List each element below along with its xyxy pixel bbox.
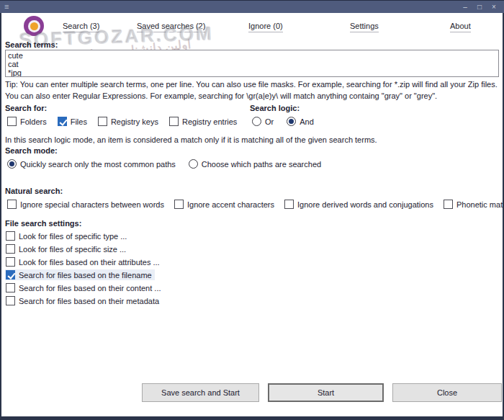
tip-regex: You can also enter Regular Expressions. … — [5, 91, 437, 100]
search-for-label: Search for: — [5, 104, 47, 112]
checkbox-label: Search for files based on their metadata — [19, 297, 159, 305]
minimize-button[interactable]: – — [459, 1, 471, 13]
search-mode-options: Quickly search only the most common path… — [7, 159, 321, 169]
checkbox-label: Folders — [20, 117, 47, 126]
radio-label: Quickly search only the most common path… — [20, 160, 176, 169]
checkbox-icon — [169, 117, 179, 126]
checkbox-ignore-derived-words[interactable]: Ignore derived words and conjugations — [284, 200, 433, 209]
checkbox-specific-type[interactable]: Look for files of specific type ... — [5, 231, 130, 241]
tip-file-masks: Tip: You can enter multiple search terms… — [5, 80, 498, 89]
search-terms-input[interactable]: cute cat *jpg — [5, 50, 499, 77]
search-logic-note: In this search logic mode, an item is co… — [5, 135, 377, 144]
tab-saved-searches[interactable]: Saved searches (2) — [137, 22, 205, 32]
checkbox-icon — [6, 283, 15, 292]
radio-label: Or — [265, 117, 274, 126]
checkbox-label: Search for files based on the filename — [19, 271, 152, 280]
checkbox-icon — [98, 117, 107, 126]
checkbox-specific-size[interactable]: Look for files of specific size ... — [5, 243, 129, 254]
search-terms-label: Search terms: — [5, 40, 58, 49]
checkbox-icon — [174, 200, 184, 209]
close-button[interactable]: × — [488, 1, 500, 13]
checkbox-label: Ignore special characters between words — [20, 200, 164, 209]
checkbox-icon — [7, 200, 17, 209]
checkbox-label: Search for files based on their content … — [19, 284, 161, 292]
checkbox-phonetic-match[interactable]: Phonetic match — [444, 200, 503, 209]
checkbox-content[interactable]: Search for files based on their content … — [5, 282, 164, 293]
checkbox-icon — [6, 244, 15, 254]
start-button[interactable]: Start — [268, 383, 384, 402]
hamburger-menu-icon[interactable]: ≡ — [4, 3, 9, 11]
tab-ignore[interactable]: Ignore (0) — [248, 22, 283, 32]
radio-or[interactable]: Or — [252, 117, 274, 126]
checkbox-files[interactable]: Files — [58, 117, 87, 126]
checkbox-registry-keys[interactable]: Registry keys — [98, 117, 158, 126]
app-window: ≡ – □ × Search (3) Saved searches (2) Ig… — [0, 0, 504, 420]
checkbox-icon — [6, 231, 15, 241]
checkbox-label: Look for files of specific type ... — [19, 232, 127, 241]
checkbox-icon — [6, 270, 15, 280]
checkbox-ignore-special-chars[interactable]: Ignore special characters between words — [7, 200, 164, 209]
checkbox-icon — [284, 200, 294, 209]
checkbox-label: Files — [71, 117, 87, 126]
checkbox-attributes[interactable]: Look for files based on their attributes… — [5, 256, 163, 267]
tab-about[interactable]: About — [450, 22, 471, 32]
titlebar: ≡ – □ × — [0, 0, 504, 13]
search-logic-label: Search logic: — [250, 104, 300, 112]
checkbox-icon — [444, 200, 453, 209]
tab-settings[interactable]: Settings — [350, 22, 379, 32]
tab-search[interactable]: Search (3) — [63, 22, 99, 32]
radio-icon — [287, 117, 296, 126]
checkbox-folders[interactable]: Folders — [7, 117, 47, 126]
radio-icon — [7, 159, 17, 169]
search-mode-label: Search mode: — [5, 146, 58, 155]
radio-quick-search[interactable]: Quickly search only the most common path… — [7, 159, 176, 169]
app-logo-ring — [28, 20, 40, 32]
checkbox-label: Ignore accent characters — [187, 200, 274, 209]
radio-label: Choose which paths are searched — [202, 160, 321, 169]
app-logo-icon — [24, 16, 44, 36]
main-content: Search (3) Saved searches (2) Ignore (0)… — [1, 13, 503, 416]
checkbox-label: Phonetic match — [456, 200, 503, 209]
checkbox-filename[interactable]: Search for files based on the filename — [5, 269, 155, 280]
natural-search-label: Natural search: — [5, 187, 63, 195]
close-dialog-button[interactable]: Close — [392, 383, 502, 402]
checkbox-icon — [58, 117, 67, 126]
radio-icon — [189, 159, 198, 169]
search-for-options: Folders Files Registry keys Registry ent… — [7, 117, 237, 126]
natural-search-options: Ignore special characters between words … — [7, 200, 503, 209]
checkbox-metadata[interactable]: Search for files based on their metadata — [5, 295, 162, 306]
radio-icon — [252, 117, 261, 126]
maximize-button[interactable]: □ — [474, 1, 485, 13]
checkbox-icon — [7, 117, 17, 126]
checkbox-label: Ignore derived words and conjugations — [297, 200, 433, 209]
checkbox-label: Registry entries — [182, 117, 237, 126]
file-search-settings-label: File search settings: — [5, 219, 81, 228]
checkbox-icon — [6, 296, 15, 305]
radio-and[interactable]: And — [287, 117, 314, 126]
window-controls: – □ × — [459, 1, 500, 13]
checkbox-icon — [6, 257, 15, 267]
radio-choose-paths[interactable]: Choose which paths are searched — [189, 159, 321, 169]
checkbox-ignore-accent-chars[interactable]: Ignore accent characters — [174, 200, 274, 209]
checkbox-registry-entries[interactable]: Registry entries — [169, 117, 237, 126]
checkbox-label: Look for files based on their attributes… — [19, 258, 160, 267]
save-search-and-start-button[interactable]: Save search and Start — [142, 383, 259, 402]
search-logic-options: Or And — [252, 117, 314, 126]
checkbox-label: Registry keys — [111, 117, 158, 126]
app-logo-dot — [30, 22, 38, 30]
checkbox-label: Look for files of specific size ... — [19, 245, 126, 254]
radio-label: And — [300, 117, 314, 126]
